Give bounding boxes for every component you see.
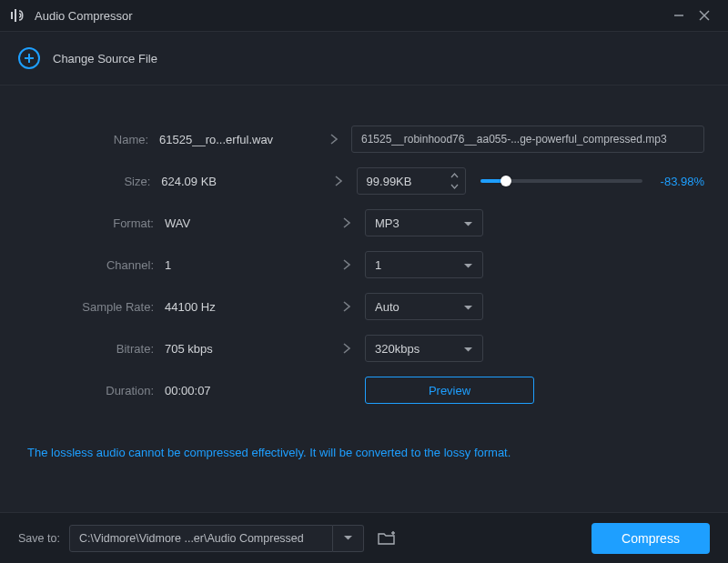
input-sample-rate: 44100 Hz [165,300,329,314]
label-sample-rate: Sample Rate: [24,300,165,314]
window-title: Audio Compressor [35,9,133,23]
save-to-label: Save to: [18,532,60,545]
input-channel: 1 [165,258,329,272]
content-area: Name: 61525__ro...erful.wav 61525__robin… [0,85,728,512]
svg-rect-1 [15,9,16,22]
svg-rect-0 [11,12,13,19]
output-name-input[interactable]: 61525__robinhood76__aa055-...ge-powerful… [351,126,704,153]
title-bar: Audio Compressor [0,0,728,31]
change-source-button[interactable]: Change Source File [18,47,157,69]
label-name: Name: [24,133,159,146]
arrow-icon [321,175,357,187]
spinner-up-button[interactable] [449,171,461,180]
bitrate-select[interactable]: 320kbps [365,335,483,362]
format-select-value: MP3 [375,216,399,230]
preview-label: Preview [429,384,470,397]
save-path-value: C:\Vidmore\Vidmore ...er\Audio Compresse… [79,532,304,545]
close-button[interactable] [692,3,717,28]
spinner-down-button[interactable] [449,182,461,191]
row-bitrate: Bitrate: 705 kbps 320kbps [24,327,704,369]
slider-thumb-icon[interactable] [500,176,511,186]
label-format: Format: [24,216,165,230]
row-channel: Channel: 1 1 [24,244,704,286]
compress-label: Compress [622,531,680,546]
sample-rate-select-value: Auto [375,300,399,314]
app-icon [11,9,27,22]
preview-button[interactable]: Preview [365,377,534,404]
row-duration: Duration: 00:00:07 Preview [24,369,704,411]
channel-select[interactable]: 1 [365,251,483,278]
label-size: Size: [24,175,161,188]
save-path-dropdown[interactable] [333,525,364,552]
folder-icon [378,531,396,546]
save-path-input[interactable]: C:\Vidmore\Vidmore ...er\Audio Compresse… [69,525,333,552]
source-bar: Change Source File [0,31,728,85]
input-size: 624.09 KB [161,175,320,188]
note-text: The lossless audio cannot be compressed … [24,446,704,459]
compress-button[interactable]: Compress [592,523,710,554]
plus-circle-icon [18,47,40,69]
caret-down-icon [463,300,473,314]
row-name: Name: 61525__ro...erful.wav 61525__robin… [24,118,704,160]
label-bitrate: Bitrate: [24,342,165,356]
label-channel: Channel: [24,258,165,272]
row-format: Format: WAV MP3 [24,202,704,244]
caret-down-icon [463,216,473,230]
arrow-icon [329,258,365,271]
sample-rate-select[interactable]: Auto [365,293,483,320]
open-folder-button[interactable] [373,525,400,552]
arrow-icon [329,216,365,229]
input-bitrate: 705 kbps [165,342,329,356]
footer-bar: Save to: C:\Vidmore\Vidmore ...er\Audio … [0,512,728,563]
output-name-value: 61525__robinhood76__aa055-...ge-powerful… [361,133,667,146]
arrow-icon [329,342,365,355]
reduction-percent: -83.98% [661,175,704,188]
caret-down-icon [463,258,473,272]
label-duration: Duration: [24,384,165,397]
caret-down-icon [463,342,473,356]
change-source-label: Change Source File [53,52,157,65]
output-size-value: 99.99KB [367,175,412,188]
minimize-button[interactable] [666,3,692,28]
row-sample-rate: Sample Rate: 44100 Hz Auto [24,286,704,327]
bitrate-select-value: 320kbps [375,342,420,356]
format-select[interactable]: MP3 [365,209,483,236]
row-size: Size: 624.09 KB 99.99KB [24,160,704,202]
input-duration: 00:00:07 [165,384,329,397]
size-slider[interactable] [480,179,642,183]
arrow-icon [329,300,365,313]
channel-select-value: 1 [375,258,381,272]
size-spinner[interactable]: 99.99KB [357,167,466,195]
input-name: 61525__ro...erful.wav [159,133,317,146]
arrow-icon [317,133,351,146]
input-format: WAV [165,216,329,230]
